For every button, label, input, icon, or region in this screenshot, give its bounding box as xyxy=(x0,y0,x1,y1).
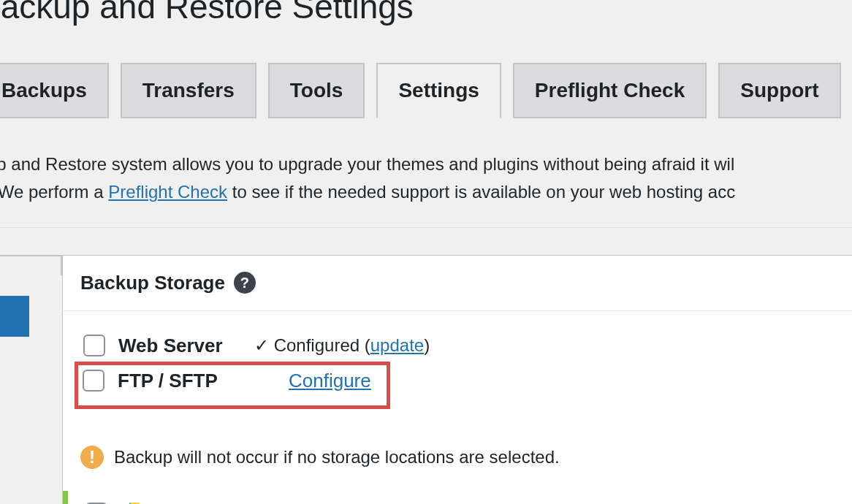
storage-rows: Web Server ✓ Configured (update) FTP / S… xyxy=(63,311,852,415)
intro-part3: to see if the needed support is availabl… xyxy=(227,182,735,202)
checkbox-ftp[interactable] xyxy=(83,370,104,392)
sidebar-active-item[interactable] xyxy=(0,296,29,337)
configure-ftp-link[interactable]: Configure xyxy=(289,370,371,392)
label-webserver: Web Server xyxy=(118,335,241,357)
intro-part1: kup and Restore system allows you to upg… xyxy=(0,154,734,174)
label-ftp: FTP / SFTP xyxy=(118,370,240,392)
gdrive-bold: Google xyxy=(153,501,228,504)
backup-storage-panel: Backup Storage ? Web Server ✓ Configured… xyxy=(62,255,852,504)
update-link[interactable]: update xyxy=(370,335,424,355)
gdrive-icon xyxy=(121,501,148,504)
tab-settings[interactable]: Settings xyxy=(376,63,501,118)
tab-tools[interactable]: Tools xyxy=(268,63,365,118)
gdrive-text: Google Drive xyxy=(153,501,286,504)
check-mark-icon: ✓ xyxy=(254,335,269,355)
warning-icon: ! xyxy=(80,446,104,469)
gdrive-light: Drive xyxy=(228,501,285,504)
left-sidebar: y xyxy=(0,228,62,504)
gdrive-logo: Google Drive xyxy=(121,501,286,504)
intro-text: kup and Restore system allows you to upg… xyxy=(0,150,852,228)
highlight-ftp-row: FTP / SFTP Configure xyxy=(75,362,390,409)
checkbox-webserver[interactable] xyxy=(83,335,105,356)
panel-header: Backup Storage ? xyxy=(63,256,852,311)
status-webserver: ✓ Configured (update) xyxy=(254,335,430,356)
warning-row: ! Backup will not occur if no storage lo… xyxy=(63,415,852,491)
tabs-row: Backups Transfers Tools Settings Preflig… xyxy=(0,63,852,118)
tab-backups[interactable]: Backups xyxy=(0,63,109,118)
intro-part2: o. We perform a xyxy=(0,182,108,202)
status-text1: Configured ( xyxy=(274,335,370,355)
page-title: Backup and Restore Settings xyxy=(0,0,852,34)
tab-support[interactable]: Support xyxy=(718,63,840,118)
warning-text: Backup will not occur if no storage loca… xyxy=(114,447,560,467)
tab-preflight[interactable]: Preflight Check xyxy=(513,63,707,118)
tab-transfers[interactable]: Transfers xyxy=(121,63,256,118)
status-text2: ) xyxy=(424,335,430,355)
sidebar-border xyxy=(0,255,62,275)
panel-title: Backup Storage xyxy=(80,272,225,294)
preflight-link[interactable]: Preflight Check xyxy=(108,182,227,202)
help-icon[interactable]: ? xyxy=(234,272,256,294)
provider-gdrive-row: Google Drive xyxy=(63,491,852,504)
storage-row-webserver: Web Server ✓ Configured (update) xyxy=(80,330,834,362)
